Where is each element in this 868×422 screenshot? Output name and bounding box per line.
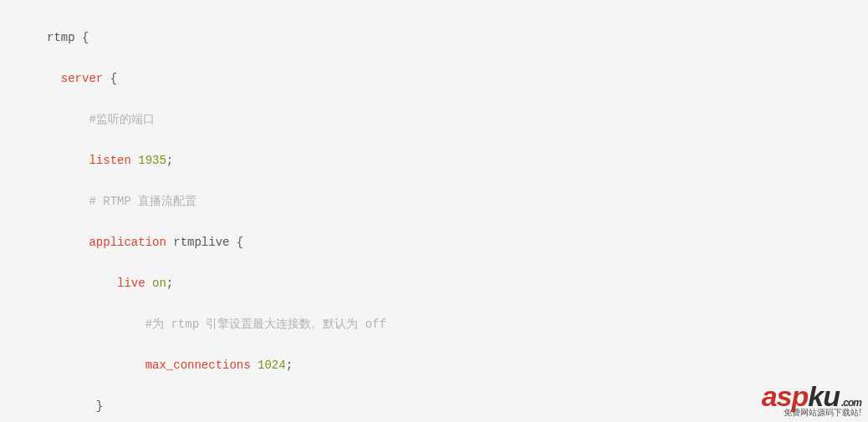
code-line: application rtmplive { <box>47 232 821 253</box>
code-block: rtmp { server { #监听的端口 listen 1935; # RT… <box>0 7 868 422</box>
comment: #为 rtmp 引擎设置最大连接数。默认为 off <box>146 318 386 331</box>
value: on <box>146 277 166 290</box>
value: 1935 <box>131 154 166 167</box>
code-line: max_connections 1024; <box>47 355 821 376</box>
code-line: # RTMP 直播流配置 <box>47 191 821 212</box>
text: ; <box>286 358 293 372</box>
text: { <box>75 31 89 44</box>
comment: # RTMP 直播流配置 <box>89 195 197 208</box>
keyword: application <box>89 236 166 249</box>
keyword: server <box>61 72 103 85</box>
watermark-com: .com <box>841 397 861 409</box>
keyword: max_connections <box>146 358 251 372</box>
watermark: aspku.com 免费网站源码下载站! <box>762 382 861 417</box>
value: 1024 <box>251 358 286 372</box>
text: ; <box>166 277 173 290</box>
text: rtmp <box>47 31 75 44</box>
code-line: rtmp { <box>47 28 821 48</box>
text: ; <box>166 154 173 167</box>
code-line: } <box>47 396 821 417</box>
text: { <box>103 72 117 85</box>
code-line: #为 rtmp 引擎设置最大连接数。默认为 off <box>47 314 821 335</box>
code-line: listen 1935; <box>47 150 821 171</box>
keyword: listen <box>89 154 130 167</box>
comment: #监听的端口 <box>89 113 154 126</box>
keyword: live <box>117 277 146 290</box>
text: rtmplive { <box>166 236 243 249</box>
code-line: #监听的端口 <box>47 109 821 130</box>
code-line: server { <box>47 69 821 89</box>
code-line: live on; <box>47 273 821 294</box>
text: } <box>96 399 103 413</box>
